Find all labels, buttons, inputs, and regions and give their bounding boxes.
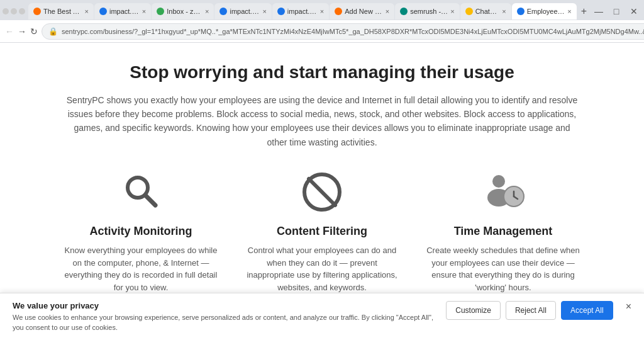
tab-bar: The Best Affi... × impact.com × Inbox - …: [0, 0, 644, 20]
tab-label-8: ChatGPT: [475, 8, 500, 15]
tab-favicon-6: [335, 8, 342, 15]
page-description: SentryPC shows you exactly how your empl…: [64, 93, 580, 150]
new-tab-button[interactable]: +: [577, 6, 591, 17]
activity-monitoring-title: Activity Monitoring: [90, 225, 192, 238]
tab-label-2: impact.com: [109, 8, 140, 15]
tab-label-1: The Best Affi...: [43, 8, 82, 15]
tab-3[interactable]: Inbox - zein... ×: [152, 3, 214, 20]
cookie-close-button[interactable]: ×: [626, 301, 631, 312]
svg-line-1: [145, 195, 155, 205]
svg-point-4: [492, 175, 505, 188]
svg-line-3: [309, 179, 335, 205]
tab-favicon-7: [400, 8, 408, 15]
cookie-banner: We value your privacy We use cookies to …: [0, 293, 644, 340]
tab-close-3[interactable]: ×: [205, 8, 209, 15]
tab-6[interactable]: Add New Po... ×: [330, 3, 394, 20]
tab-4[interactable]: impact.com ×: [214, 3, 271, 20]
tab-close-1[interactable]: ×: [85, 8, 89, 15]
reload-button[interactable]: ↻: [30, 24, 38, 39]
address-bar[interactable]: 🔒 sentrypc.com/business/?_gl=1*1hxgyud*_…: [42, 23, 644, 40]
reject-all-button[interactable]: Reject All: [506, 301, 556, 320]
address-text: sentrypc.com/business/?_gl=1*1hxgyud*_up…: [62, 28, 644, 35]
content-filtering-icon: [297, 167, 347, 217]
tab-favicon-9: [517, 8, 525, 15]
tab-close-4[interactable]: ×: [262, 8, 266, 15]
tab-close-6[interactable]: ×: [386, 8, 389, 15]
tab-label-9: Employee M...: [527, 8, 565, 15]
tab-close-9[interactable]: ×: [567, 8, 571, 15]
tab-favicon-2: [99, 8, 107, 15]
cookie-description: We use cookies to enhance your browsing …: [13, 313, 433, 332]
activity-monitoring-icon: [116, 167, 166, 217]
tab-8[interactable]: ChatGPT ×: [460, 3, 511, 20]
tab-label-3: Inbox - zein...: [167, 8, 203, 15]
nav-bar: ← → ↻ 🔒 sentrypc.com/business/?_gl=1*1hx…: [0, 20, 644, 43]
tab-close-5[interactable]: ×: [320, 8, 324, 15]
browser-chrome: The Best Affi... × impact.com × Inbox - …: [0, 0, 644, 43]
content-filtering-title: Content Filtering: [277, 225, 367, 238]
time-management-title: Time Management: [454, 225, 553, 238]
tab-5[interactable]: impact.com ×: [272, 3, 329, 20]
tab-label-7: semrush - G...: [410, 8, 448, 15]
tab-9[interactable]: Employee M... ×: [512, 3, 577, 20]
tab-1[interactable]: The Best Affi... ×: [28, 3, 94, 20]
cookie-text-section: We value your privacy We use cookies to …: [13, 301, 433, 332]
accept-all-button[interactable]: Accept All: [561, 301, 613, 320]
tab-label-4: impact.com: [230, 8, 260, 15]
tab-close-8[interactable]: ×: [502, 8, 506, 15]
time-management-desc: Create weekly schedules that define when…: [425, 244, 581, 293]
tab-favicon-1: [33, 8, 41, 15]
content-filtering-desc: Control what your employees can do and w…: [244, 244, 400, 293]
minimize-button[interactable]: —: [591, 4, 606, 19]
tab-label-5: impact.com: [287, 8, 318, 15]
customize-button[interactable]: Customize: [446, 301, 501, 320]
tab-label-6: Add New Po...: [345, 8, 383, 15]
tab-favicon-5: [277, 8, 285, 15]
tab-7[interactable]: semrush - G... ×: [395, 3, 459, 20]
tab-2[interactable]: impact.com ×: [94, 3, 151, 20]
forward-button[interactable]: →: [18, 24, 26, 39]
tab-close-2[interactable]: ×: [142, 8, 146, 15]
maximize-button[interactable]: □: [609, 4, 624, 19]
cookie-title: We value your privacy: [13, 301, 433, 310]
back-button[interactable]: ←: [5, 24, 14, 39]
tab-favicon-3: [157, 8, 164, 15]
cookie-actions: Customize Reject All Accept All: [446, 301, 613, 320]
activity-monitoring-desc: Know everything your employees do while …: [63, 244, 219, 293]
time-management-icon: [478, 167, 528, 217]
tab-favicon-8: [465, 8, 473, 15]
tab-favicon-4: [219, 8, 227, 15]
tab-close-7[interactable]: ×: [450, 8, 454, 15]
close-window-button[interactable]: ✕: [626, 4, 641, 19]
page-heading: Stop worrying and start managing their u…: [50, 62, 594, 83]
